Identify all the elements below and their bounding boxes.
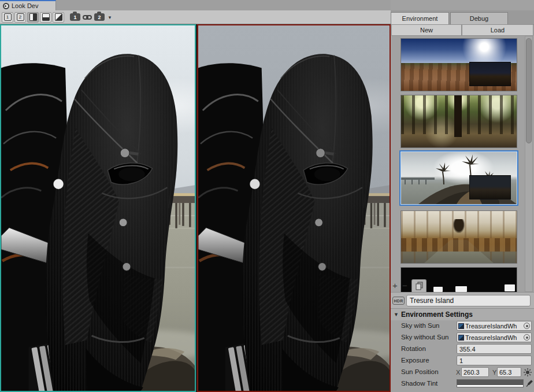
- tab-debug[interactable]: Debug: [450, 12, 508, 24]
- split-diagonal-icon: [55, 13, 62, 21]
- hdri-thumbnail-savanna[interactable]: [401, 39, 517, 91]
- savanna-nosun-inset: [469, 62, 511, 86]
- sun-x-label: X: [456, 369, 460, 376]
- sky-with-sun-label: Sky with Sun: [401, 322, 439, 329]
- lookdev-viewport: [0, 24, 391, 392]
- hdri-thumbnail-church[interactable]: [401, 211, 517, 263]
- panel-tab-bar: Environment Debug: [391, 10, 534, 25]
- lookdev-view-2[interactable]: [197, 24, 391, 392]
- split-vertical-button[interactable]: [27, 12, 39, 23]
- lookdev-tab-label: Look Dev: [12, 2, 38, 9]
- link-icon: [83, 14, 92, 21]
- split-horizontal-button[interactable]: [40, 12, 51, 23]
- sky-without-sun-object-field[interactable]: TreasureIslandWh: [457, 332, 532, 342]
- exposure-label: Exposure: [401, 357, 429, 364]
- treasure-island-nosun-inset: [469, 175, 511, 199]
- camera-1-icon: 1: [73, 14, 76, 20]
- environment-panel: Environment Debug New Load: [391, 0, 534, 392]
- link-cameras-button[interactable]: [81, 12, 93, 23]
- shadow-tint-alpha-bar: [457, 385, 523, 387]
- lookdev-toolbar: 1 2 1 2 ▾: [0, 10, 391, 24]
- sun-position-row: Sun Position X Y: [391, 367, 534, 378]
- eyedropper-icon[interactable]: [525, 379, 533, 387]
- sky-with-sun-object-field[interactable]: TreasureIslandWh: [457, 321, 532, 331]
- sky-without-sun-value: TreasureIslandWh: [465, 334, 522, 341]
- lookdev-eye-icon: [3, 3, 9, 9]
- add-environment-button[interactable]: +: [392, 281, 398, 290]
- new-button-label: New: [420, 27, 433, 34]
- sun-y-label: Y: [492, 369, 496, 376]
- sky-without-sun-label: Sky without Sun: [401, 334, 448, 341]
- cubemap-texture-icon: [458, 335, 464, 341]
- rotation-label: Rotation: [401, 345, 426, 352]
- exposure-row: Exposure: [391, 355, 534, 367]
- night-light: [433, 287, 443, 292]
- church-pews: [401, 238, 517, 252]
- thumbnail-scrollbar[interactable]: [525, 36, 533, 292]
- sky-without-sun-row: Sky without Sun TreasureIslandWh: [391, 332, 534, 343]
- scrollbar-thumb[interactable]: [526, 38, 532, 143]
- environment-name-input[interactable]: [406, 295, 531, 306]
- single-view-2-icon: 2: [17, 13, 24, 21]
- single-view-1-button[interactable]: 1: [2, 12, 13, 23]
- tab-environment-label: Environment: [402, 15, 438, 22]
- load-button-label: Load: [491, 27, 505, 34]
- rotation-row: Rotation: [391, 343, 534, 355]
- sky-with-sun-row: Sky with Sun TreasureIslandWh: [391, 320, 534, 332]
- camera-2-icon: 2: [98, 14, 101, 20]
- lookdev-view-1[interactable]: [0, 24, 196, 392]
- camera-menu-dropdown[interactable]: ▾: [106, 12, 114, 23]
- hdri-thumbnail-list: [391, 36, 534, 292]
- hdr-badge-icon: HDR: [392, 297, 405, 305]
- environment-settings-title: Environment Settings: [401, 310, 473, 319]
- sun-position-label: Sun Position: [401, 368, 439, 375]
- church-chandelier: [453, 219, 465, 233]
- cubemap-texture-icon: [458, 323, 464, 329]
- single-view-1-icon: 1: [4, 13, 12, 21]
- environment-settings-header[interactable]: ▼ Environment Settings: [391, 308, 534, 320]
- split-horizontal-icon: [42, 13, 50, 21]
- view-1-render: [1, 25, 195, 391]
- duplicate-environment-button[interactable]: [411, 279, 427, 293]
- hdr-name-row: HDR: [391, 292, 534, 309]
- tab-debug-label: Debug: [470, 15, 488, 22]
- split-diagonal-button[interactable]: [53, 12, 64, 23]
- shadow-tint-row: Shadow Tint: [391, 378, 534, 390]
- sun-y-input[interactable]: [497, 367, 521, 377]
- view-2-render: [198, 25, 390, 391]
- lookdev-window: Look Dev ⋮ ✕ 1 2 1: [0, 0, 534, 392]
- lookdev-window-tab[interactable]: Look Dev: [0, 0, 56, 10]
- duplicate-icon: [415, 282, 424, 291]
- tab-environment[interactable]: Environment: [391, 12, 449, 24]
- shadow-tint-label: Shadow Tint: [401, 380, 437, 387]
- camera-1-button[interactable]: 1: [70, 13, 80, 21]
- object-picker-icon[interactable]: [524, 334, 530, 341]
- forest-big-trunk: [454, 95, 462, 137]
- rotation-input[interactable]: [457, 344, 532, 354]
- sun-icon[interactable]: [523, 368, 532, 377]
- night-light: [505, 284, 515, 291]
- shadow-tint-swatch[interactable]: [457, 379, 524, 387]
- night-light: [455, 286, 467, 292]
- hdri-thumbnail-treasure-island[interactable]: [401, 152, 517, 204]
- toolbar-separator: [65, 17, 69, 17]
- object-picker-icon[interactable]: [524, 323, 530, 329]
- new-button[interactable]: New: [391, 24, 462, 36]
- chevron-down-icon: ▾: [109, 14, 112, 20]
- exposure-input[interactable]: [457, 356, 532, 365]
- savanna-sky: [401, 39, 517, 63]
- split-vertical-icon: [29, 13, 37, 21]
- remove-environment-button[interactable]: −: [402, 281, 407, 290]
- hdri-thumbnail-forest[interactable]: [401, 95, 517, 147]
- load-button[interactable]: Load: [462, 24, 533, 36]
- sun-x-input[interactable]: [461, 367, 489, 377]
- sky-with-sun-value: TreasureIslandWh: [465, 323, 522, 330]
- camera-2-button[interactable]: 2: [94, 13, 105, 21]
- foldout-triangle-icon: ▼: [394, 312, 399, 317]
- single-view-2-button[interactable]: 2: [14, 12, 26, 23]
